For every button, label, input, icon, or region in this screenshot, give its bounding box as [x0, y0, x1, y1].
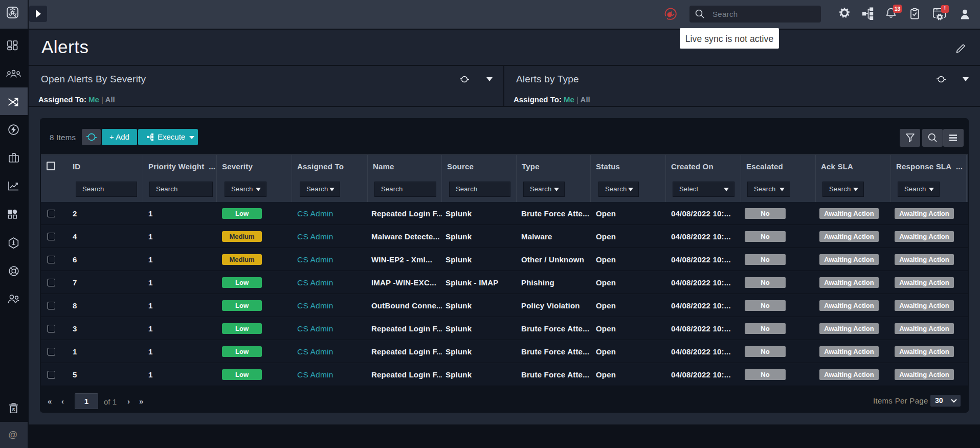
svg-text:S: S [12, 407, 15, 412]
